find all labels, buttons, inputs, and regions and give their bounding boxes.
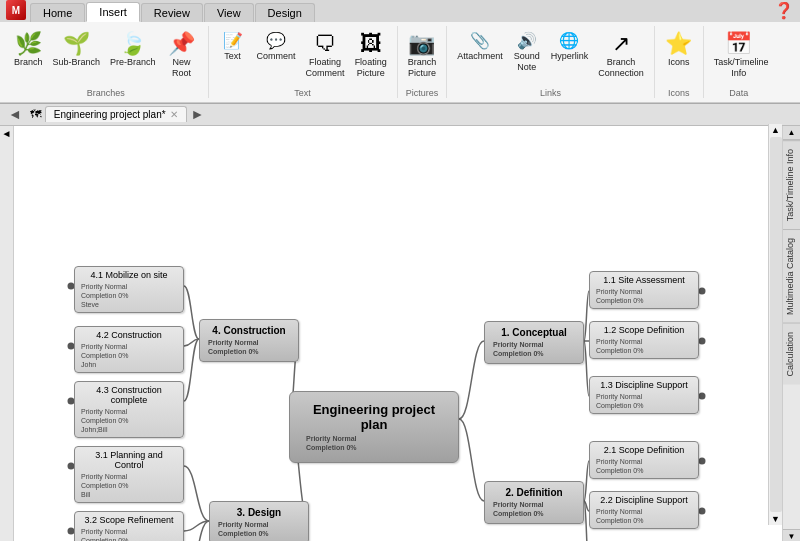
tab-home[interactable]: Home [30,3,85,22]
task-timeline-icon: 📅 [725,33,752,55]
node-meta-n2_2: Priority NormalCompletion 0% [596,507,692,525]
branch-connection-button[interactable]: ↗ BranchConnection [594,30,648,82]
node-label-n3_1: 3.1 Planning and Control [95,450,163,470]
scroll-thumb-v[interactable] [770,137,782,512]
ribbon-tab-bar: M Home Insert Review View Design ❓ [0,0,800,22]
hyperlink-button[interactable]: 🌐 Hyperlink [547,30,593,65]
tab-label: Engineering project plan* [54,109,166,120]
node-label-n2_2: 2.2 Discipline Support [600,495,688,505]
ribbon-group-pictures: 📷 BranchPicture Pictures [398,26,448,98]
panel-calculation[interactable]: Calculation [783,323,800,385]
main-area: ◄ Engineering project planPriority Norma… [0,126,800,541]
ribbon-group-text-items: 📝 Text 💬 Comment 🗨 FloatingComment 🖼 Flo… [215,26,391,86]
node-meta-n2: Priority NormalCompletion 0% [493,500,575,518]
node-box-n2_1: 2.1 Scope DefinitionPriority NormalCompl… [589,441,699,479]
tab-design[interactable]: Design [255,3,315,22]
right-panel-scroll-down[interactable]: ▼ [783,529,800,541]
ribbon-group-data: 📅 Task/TimelineInfo Data [704,26,774,98]
node-label-n4_1: 4.1 Mobilize on site [90,270,167,280]
node-n1_1[interactable]: 1.1 Site AssessmentPriority NormalComple… [589,271,699,309]
icons-button[interactable]: ⭐ Icons [661,30,697,71]
node-n2_1[interactable]: 2.1 Scope DefinitionPriority NormalCompl… [589,441,699,479]
ribbon-group-data-items: 📅 Task/TimelineInfo [710,26,768,86]
node-n1_2[interactable]: 1.2 Scope DefinitionPriority NormalCompl… [589,321,699,359]
scroll-left-up[interactable]: ◄ [0,126,13,141]
node-label-n1_2: 1.2 Scope Definition [604,325,685,335]
node-n3_2[interactable]: 3.2 Scope RefinementPriority NormalCompl… [74,511,184,541]
node-box-n4_1: 4.1 Mobilize on sitePriority NormalCompl… [74,266,184,313]
task-timeline-button[interactable]: 📅 Task/TimelineInfo [710,30,768,82]
node-box-n3: 3. DesignPriority NormalCompletion 0% [209,501,309,541]
node-n4_3[interactable]: 4.3 Construction completePriority Normal… [74,381,184,438]
node-n2_2[interactable]: 2.2 Discipline SupportPriority NormalCom… [589,491,699,529]
new-root-icon: 📌 [168,33,195,55]
text-button[interactable]: 📝 Text [215,30,251,65]
tab-view[interactable]: View [204,3,254,22]
ribbon-group-icons-items: ⭐ Icons [661,26,697,86]
node-n1[interactable]: 1. ConceptualPriority NormalCompletion 0… [484,321,584,364]
floating-comment-button[interactable]: 🗨 FloatingComment [302,30,349,82]
node-n3_1[interactable]: 3.1 Planning and ControlPriority NormalC… [74,446,184,503]
tab-nav-left[interactable]: ◄ [4,106,26,122]
tab-insert[interactable]: Insert [86,2,140,22]
node-box-n1: 1. ConceptualPriority NormalCompletion 0… [484,321,584,364]
vertical-scrollbar[interactable]: ▲ ▼ [768,124,782,525]
node-label-n3: 3. Design [237,507,281,518]
node-meta-n1: Priority NormalCompletion 0% [493,340,575,358]
tab-review[interactable]: Review [141,3,203,22]
sound-note-icon: 🔊 [517,33,537,49]
tab-engineering-plan[interactable]: Engineering project plan* ✕ [45,106,187,122]
right-panels: ▲ Task/Timeline Info Multimedia Catalog … [782,126,800,541]
ribbon-group-text: 📝 Text 💬 Comment 🗨 FloatingComment 🖼 Flo… [209,26,398,98]
node-box-n2: 2. DefinitionPriority NormalCompletion 0… [484,481,584,524]
node-meta-n3_1: Priority NormalCompletion 0%Bill [81,472,177,499]
links-label: Links [540,86,561,98]
node-n4_1[interactable]: 4.1 Mobilize on sitePriority NormalCompl… [74,266,184,313]
left-scrollbar[interactable]: ◄ [0,126,14,541]
branch-connection-icon: ↗ [612,33,630,55]
floating-picture-icon: 🖼 [360,33,382,55]
floating-picture-button[interactable]: 🖼 FloatingPicture [351,30,391,82]
branch-button[interactable]: 🌿 Branch [10,30,47,71]
node-n3[interactable]: 3. DesignPriority NormalCompletion 0% [209,501,309,541]
comment-button[interactable]: 💬 Comment [253,30,300,65]
node-n2[interactable]: 2. DefinitionPriority NormalCompletion 0… [484,481,584,524]
branch-picture-button[interactable]: 📷 BranchPicture [404,30,441,82]
hyperlink-icon: 🌐 [559,33,579,49]
new-root-button[interactable]: 📌 NewRoot [162,30,202,82]
node-meta-n3: Priority NormalCompletion 0% [218,520,300,538]
node-label-n1_1: 1.1 Site Assessment [603,275,685,285]
node-label-n4: 4. Construction [212,325,285,336]
tab-bar: ◄ 🗺 Engineering project plan* ✕ ► [0,104,800,126]
ribbon-group-links-items: 📎 Attachment 🔊 SoundNote 🌐 Hyperlink ↗ B… [453,26,648,86]
node-n4[interactable]: 4. ConstructionPriority NormalCompletion… [199,319,299,362]
mind-map-canvas[interactable]: Engineering project planPriority NormalC… [14,126,782,541]
ribbon-group-branches: 🌿 Branch 🌱 Sub-Branch 🍃 Pre-Branch 📌 New… [4,26,209,98]
scroll-up-btn[interactable]: ▲ [770,124,781,136]
panel-multimedia[interactable]: Multimedia Catalog [783,229,800,323]
node-n4_2[interactable]: 4.2 ConstructionPriority NormalCompletio… [74,326,184,373]
help-button[interactable]: ❓ [768,0,800,22]
node-label-n2_1: 2.1 Scope Definition [604,445,685,455]
panel-task-timeline[interactable]: Task/Timeline Info [783,140,800,229]
node-meta-main: Priority NormalCompletion 0% [306,434,442,452]
node-box-n4_3: 4.3 Construction completePriority Normal… [74,381,184,438]
scroll-down-btn[interactable]: ▼ [770,513,781,525]
icons-icon: ⭐ [665,33,692,55]
node-meta-n2_1: Priority NormalCompletion 0% [596,457,692,475]
tab-close-button[interactable]: ✕ [170,109,178,120]
node-label-main: Engineering project plan [313,402,435,432]
sound-note-button[interactable]: 🔊 SoundNote [509,30,545,76]
node-meta-n4_2: Priority NormalCompletion 0%John [81,342,177,369]
node-n1_3[interactable]: 1.3 Discipline SupportPriority NormalCom… [589,376,699,414]
node-box-n4: 4. ConstructionPriority NormalCompletion… [199,319,299,362]
attachment-button[interactable]: 📎 Attachment [453,30,507,65]
text-label: Text [294,86,311,98]
right-panel-scroll-up[interactable]: ▲ [783,126,800,140]
node-box-main: Engineering project planPriority NormalC… [289,391,459,463]
tab-nav-right[interactable]: ► [187,106,209,122]
pre-branch-icon: 🍃 [119,33,146,55]
pre-branch-button[interactable]: 🍃 Pre-Branch [106,30,160,71]
sub-branch-button[interactable]: 🌱 Sub-Branch [49,30,105,71]
node-main[interactable]: Engineering project planPriority NormalC… [289,391,459,463]
